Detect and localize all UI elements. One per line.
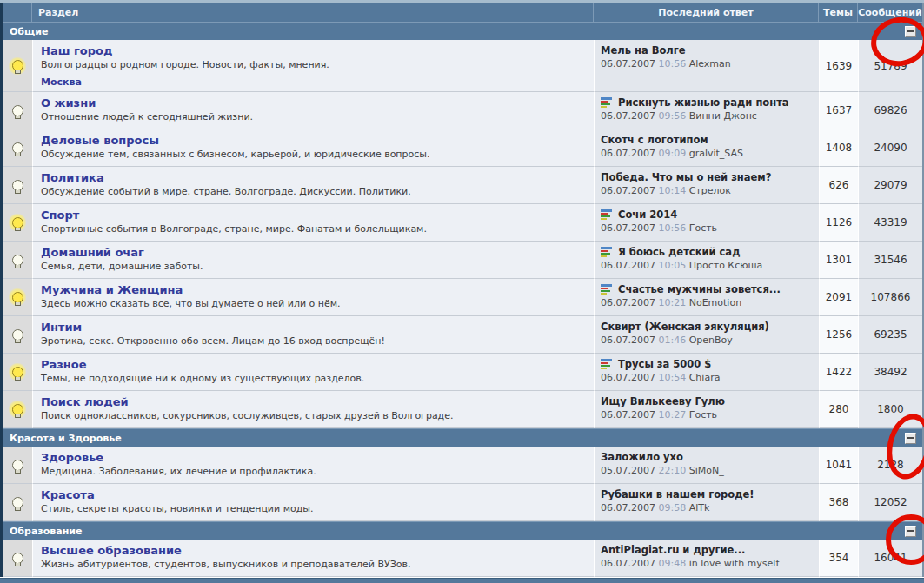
minus-glyph xyxy=(907,30,914,32)
bulb-glass xyxy=(12,367,23,378)
forum-table: Раздел Последний ответ Темы Сообщений Об… xyxy=(0,3,924,577)
last-post-author-link[interactable]: NoEmotion xyxy=(689,297,741,308)
forum-link[interactable]: Домашний очаг xyxy=(41,246,144,259)
posts-count-cell: 69826 xyxy=(858,92,922,129)
last-post-icon[interactable] xyxy=(601,284,614,295)
last-post-time: 09:48 xyxy=(658,558,688,569)
forum-status-cell xyxy=(3,484,32,521)
last-post-time: 10:56 xyxy=(658,222,688,234)
forum-link[interactable]: Поиск людей xyxy=(41,395,129,408)
forum-status-cell xyxy=(3,242,32,279)
last-post-topic-link[interactable]: Победа. Что мы о ней знаем? xyxy=(601,171,771,183)
last-post-meta-row: 06.07.2007 09:56 Винни Джонс xyxy=(601,110,814,122)
forum-link[interactable]: Разное xyxy=(41,358,87,371)
last-post-topic-link[interactable]: Счастье мужчины зовется... xyxy=(618,283,781,295)
topics-count-cell: 368 xyxy=(819,484,858,521)
last-post-topic-link[interactable]: Трусы за 5000 $ xyxy=(618,358,711,370)
last-post-topic-link[interactable]: Заложило ухо xyxy=(601,451,683,463)
forum-row: СпортСпортивные события в Волгограде, ст… xyxy=(3,204,922,242)
lightbulb-off-icon xyxy=(9,494,26,511)
last-post-author-link[interactable]: OpenBoy xyxy=(689,335,733,346)
lightbulb-off-icon xyxy=(9,102,26,119)
last-post-topic-link[interactable]: AntiPlagiat.ru и другие... xyxy=(601,544,745,556)
last-post-meta-row: 06.07.2007 09:58 AlTk xyxy=(601,502,814,513)
last-post-time: 10:27 xyxy=(658,409,688,421)
last-post-author-link[interactable]: Просто Ксюша xyxy=(689,260,763,271)
last-post-topic-link[interactable]: Сквирт (Женская эякуляция) xyxy=(601,321,769,333)
topics-count-cell: 1408 xyxy=(819,129,858,167)
header-last-post: Последний ответ xyxy=(594,3,819,22)
collapse-icon[interactable] xyxy=(905,526,916,537)
bulb-glass xyxy=(12,553,23,564)
forum-status-cell xyxy=(3,447,32,484)
posts-count-cell: 43319 xyxy=(858,204,922,242)
header-section: Раздел xyxy=(32,3,594,22)
category-title[interactable]: Общие xyxy=(10,26,48,37)
forum-link[interactable]: Наш город xyxy=(41,44,112,57)
last-post-title-row: Рискнуть жизнью ради понта xyxy=(601,96,814,109)
forum-link[interactable]: Политика xyxy=(41,171,104,184)
page-bottom-strip xyxy=(0,578,924,583)
forum-row: КрасотаСтиль, секреты красоты, новинки и… xyxy=(3,484,922,521)
forum-link[interactable]: Высшее образование xyxy=(41,544,182,557)
forum-link[interactable]: Деловые вопросы xyxy=(41,134,159,147)
lightbulb-off-icon xyxy=(9,326,26,343)
bulb-glass xyxy=(12,404,23,415)
lightbulb-on-icon xyxy=(9,401,26,418)
last-post-title-row: Победа. Что мы о ней знаем? xyxy=(601,171,814,183)
forum-link[interactable]: Интим xyxy=(41,321,82,334)
forum-link[interactable]: Красота xyxy=(41,488,95,501)
last-post-cell: Сквирт (Женская эякуляция)06.07.2007 01:… xyxy=(594,316,819,354)
collapse-icon[interactable] xyxy=(905,26,916,37)
forum-status-cell xyxy=(3,354,32,391)
last-post-topic-link[interactable]: Сочи 2014 xyxy=(618,209,677,221)
forum-link[interactable]: Спорт xyxy=(41,209,79,222)
forum-description: Поиск одноклассников, сокурсников, сослу… xyxy=(41,410,587,421)
last-post-topic-link[interactable]: Рискнуть жизнью ради понта xyxy=(618,96,789,109)
category-bar: Красота и Здоровье xyxy=(3,428,922,447)
last-post-author-link[interactable]: Alexman xyxy=(689,58,731,70)
collapse-icon[interactable] xyxy=(905,433,916,444)
last-post-author-link[interactable]: gralvit_SAS xyxy=(689,148,743,159)
category-title[interactable]: Образование xyxy=(10,526,82,537)
forum-row: О жизниОтношение людей к сегодняшней жиз… xyxy=(3,92,922,129)
last-post-author-link[interactable]: Стрелок xyxy=(689,185,731,196)
last-post-meta-row: 05.07.2007 22:10 SiMoN_ xyxy=(601,465,814,476)
last-post-author-link[interactable]: Гость xyxy=(689,409,717,421)
category-title[interactable]: Красота и Здоровье xyxy=(10,433,122,444)
topics-count-cell: 2091 xyxy=(819,279,858,316)
topics-count-cell: 354 xyxy=(819,540,858,577)
last-post-icon[interactable] xyxy=(601,247,614,258)
posts-count-cell: 38492 xyxy=(858,354,922,391)
last-post-author-link[interactable]: SiMoN_ xyxy=(689,465,724,476)
last-post-author-link[interactable]: AlTk xyxy=(689,502,710,513)
last-post-topic-link[interactable]: Скотч с логотипом xyxy=(601,134,708,146)
forum-status-cell xyxy=(3,40,32,92)
forum-link[interactable]: Здоровье xyxy=(41,451,103,464)
forum-status-cell xyxy=(3,129,32,167)
forum-row: Домашний очагСемья, дети, домашние забот… xyxy=(3,242,922,279)
forum-link[interactable]: О жизни xyxy=(41,96,96,109)
posts-count-cell: 2128 xyxy=(858,447,922,484)
forum-cell: КрасотаСтиль, секреты красоты, новинки и… xyxy=(32,484,594,521)
last-post-author-link[interactable]: Гость xyxy=(689,222,717,234)
last-post-author-link[interactable]: in love with myself xyxy=(689,558,780,569)
forum-link[interactable]: Мужчина и Женщина xyxy=(41,283,183,296)
forum-description: Спортивные события в Волгограде, стране,… xyxy=(41,223,587,235)
forum-description: Обсуждение событий в мире, стране, Волго… xyxy=(41,186,587,197)
last-post-cell: Рискнуть жизнью ради понта06.07.2007 09:… xyxy=(594,92,819,129)
last-post-topic-link[interactable]: Рубашки в нашем городе! xyxy=(601,488,754,500)
last-post-topic-link[interactable]: Я боюсь детский сад xyxy=(618,246,740,258)
last-post-icon[interactable] xyxy=(601,359,614,370)
forum-cell: ЗдоровьеМедицина. Заболевания, их лечени… xyxy=(32,447,594,484)
subforum-link[interactable]: Москва xyxy=(41,76,82,88)
last-post-author-link[interactable]: Chiara xyxy=(689,372,721,383)
last-post-author-link[interactable]: Винни Джонс xyxy=(689,110,757,122)
last-post-meta-row: 06.07.2007 10:05 Просто Ксюша xyxy=(601,260,814,271)
header-posts: Сообщений xyxy=(858,3,922,22)
forum-description: Волгоградцы о родном городе. Новости, фа… xyxy=(41,59,587,70)
last-post-icon[interactable] xyxy=(601,209,614,221)
last-post-icon[interactable] xyxy=(601,97,614,109)
last-post-topic-link[interactable]: Ищу Вилькееву Гулю xyxy=(601,395,725,407)
last-post-topic-link[interactable]: Мель на Волге xyxy=(601,44,686,56)
